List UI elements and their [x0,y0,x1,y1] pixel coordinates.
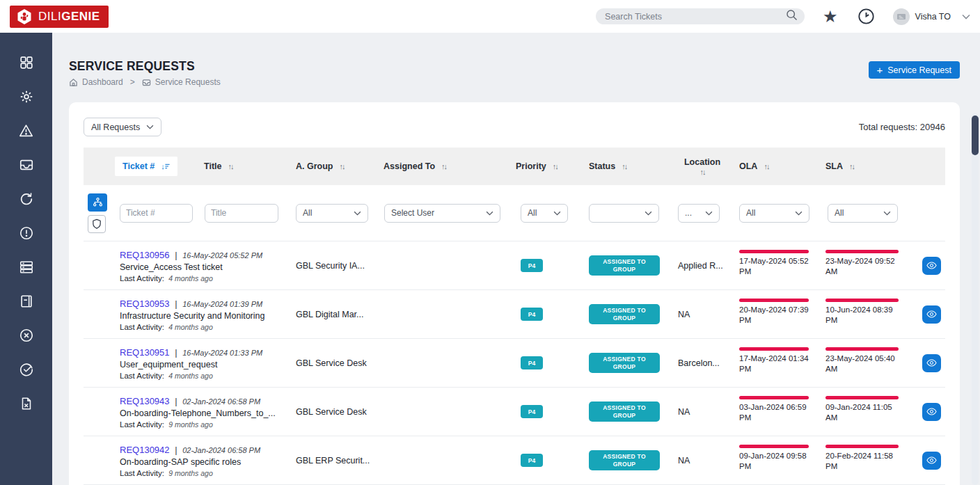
filter-assigned-select[interactable]: Select User [384,204,500,223]
new-service-request-button[interactable]: + Service Request [869,61,960,79]
eye-icon [926,310,937,318]
sort-icon: ↑↓ [622,162,626,170]
ola-cell: 03-Jan-2024 06:59 PM [739,388,814,423]
location-cell: Applied R... [678,261,739,271]
view-ticket-button[interactable] [922,354,941,372]
filter-location-select[interactable]: ... [678,204,720,223]
ticket-created-date: 02-Jan-2024 06:58 PM [182,446,260,454]
refresh-icon[interactable] [18,191,35,207]
ticket-link[interactable]: REQ130943 [120,396,170,406]
column-header-title[interactable]: Title↑↓ [204,161,296,171]
home-icon [69,78,78,87]
cancel-circle-icon[interactable] [18,328,35,343]
search-icon[interactable] [786,9,798,24]
ticket-link[interactable]: REQ130942 [120,445,170,455]
ticket-created-date: 16-May-2024 05:52 PM [182,251,262,260]
favorites-star-icon[interactable]: ★ [823,8,838,25]
ola-progress-bar [739,445,809,448]
location-cell: NA [678,456,739,466]
shield-filter-button[interactable] [88,215,106,233]
server-stack-icon[interactable] [18,260,35,275]
vertical-scrollbar[interactable] [972,113,979,485]
ticket-link[interactable]: REQ130951 [120,347,170,358]
file-export-x-icon[interactable] [18,396,35,411]
last-activity-label: Last Activity: [120,469,164,477]
ticket-title: On-boarding-SAP specific roles [120,457,296,467]
app-logo[interactable]: DILIGENIE [10,6,109,28]
inbox-tray-icon[interactable] [18,157,35,173]
recent-history-clock-icon[interactable] [858,8,875,25]
ticket-cell: REQ130951 | 16-May-2024 01:33 PM User_eq… [120,339,296,380]
status-cell: ASSIGNED TO GROUP [589,450,678,470]
warning-triangle-icon[interactable] [18,123,35,138]
last-activity: Last Activity: 4 months ago [120,372,296,380]
column-header-status[interactable]: Status↑↓ [589,161,678,171]
filter-priority-select[interactable]: All [521,204,568,223]
ticket-separator: | [175,396,177,406]
view-ticket-button[interactable] [922,257,941,275]
ola-date: 17-May-2024 01:34 PM [739,353,814,374]
settings-gear-icon[interactable] [18,89,35,104]
column-header-assigned[interactable]: Assigned To↑↓ [384,161,516,171]
hierarchy-view-button[interactable] [88,193,107,212]
status-cell: ASSIGNED TO GROUP [589,304,678,324]
table-row[interactable]: REQ130951 | 16-May-2024 01:33 PM User_eq… [84,339,945,388]
sort-icon: ↑↓ [441,162,446,170]
table-row[interactable]: REQ130956 | 16-May-2024 05:52 PM Service… [84,241,945,290]
dashboard-grid-icon[interactable] [18,55,35,70]
view-ticket-button[interactable] [922,452,941,470]
ticket-link[interactable]: REQ130956 [120,250,170,260]
sort-desc-icon[interactable]: ↓ [161,162,170,170]
ola-date: 20-May-2024 07:39 PM [739,305,814,326]
priority-badge: P4 [521,259,543,272]
user-menu[interactable]: Visha TO [893,8,970,25]
filter-sla-select[interactable]: All [828,204,898,223]
table-header: Ticket # ↓ Title↑↓ A. Group↑↓ Assigned T… [84,148,945,185]
filter-status-select[interactable] [589,204,659,223]
column-header-group[interactable]: A. Group↑↓ [296,161,384,171]
filter-title-input[interactable] [205,204,278,223]
check-circle-icon[interactable] [18,362,35,377]
chevron-down-icon [962,14,970,19]
sla-cell: 20-Feb-2024 11:58 PM [825,436,901,472]
sla-progress-bar [825,250,899,253]
exclamation-circle-icon[interactable] [18,225,35,241]
sort-icon: ↑↓ [228,162,232,170]
view-ticket-button[interactable] [922,403,941,421]
column-header-sla[interactable]: SLA↑↓ [825,161,922,171]
breadcrumb-dashboard-link[interactable]: Dashboard [82,77,123,87]
view-ticket-button[interactable] [922,305,941,324]
table-row[interactable]: REQ130943 | 02-Jan-2024 06:58 PM On-boar… [84,388,945,436]
priority-badge: P4 [521,356,543,369]
status-cell: ASSIGNED TO GROUP [589,353,678,373]
priority-cell: P4 [516,308,589,321]
table-row[interactable]: REQ130942 | 02-Jan-2024 06:58 PM On-boar… [84,436,945,485]
column-header-ola[interactable]: OLA↑↓ [739,161,825,171]
ola-cell: 20-May-2024 07:39 PM [739,290,814,326]
book-journal-icon[interactable] [18,294,35,309]
search-input[interactable] [605,12,786,22]
filter-group-select[interactable]: All [296,204,368,223]
filter-ola-select[interactable]: All [739,204,809,223]
requests-card: All Requests Total requests: 20946 Ticke… [69,102,960,485]
priority-badge: P4 [521,454,543,467]
last-activity-label: Last Activity: [120,372,164,380]
sort-icon: ↑↓ [553,162,558,170]
sla-cell: 09-Jan-2024 11:05 AM [825,388,901,423]
ticket-title: Service_Access Test ticket [120,262,296,272]
sla-progress-bar [825,445,899,448]
filter-ticket-input[interactable] [120,204,193,223]
column-header-priority[interactable]: Priority↑↓ [516,161,589,171]
ticket-cell: REQ130953 | 16-May-2024 01:39 PM Infrast… [120,290,296,331]
table-row[interactable]: REQ130953 | 16-May-2024 01:39 PM Infrast… [84,290,945,339]
ticket-title: Infrastructure Security and Monitoring [120,311,296,321]
ticket-link[interactable]: REQ130953 [120,299,170,309]
status-badge: ASSIGNED TO GROUP [589,353,660,373]
request-scope-select[interactable]: All Requests [84,118,161,136]
scrollbar-thumb[interactable] [972,116,979,155]
column-header-location[interactable]: Location↑↓ [678,157,727,176]
ola-date: 09-Jan-2024 09:58 PM [739,451,814,472]
column-header-ticket[interactable]: Ticket # ↓ [115,157,177,176]
eye-icon [926,359,937,367]
priority-badge: P4 [521,405,543,418]
